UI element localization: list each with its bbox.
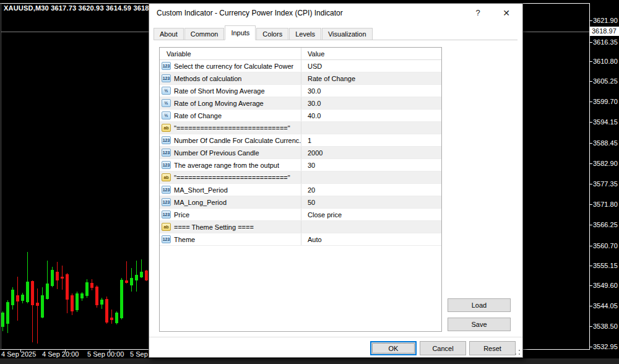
price-label: 3594.15 xyxy=(593,118,618,126)
candle-body xyxy=(85,282,89,296)
cancel-button[interactable]: Cancel xyxy=(420,341,466,355)
variable-cell: 123The average range from the output xyxy=(160,159,301,171)
price-label: 3549.60 xyxy=(593,282,618,289)
value-cell[interactable]: Rate of Change xyxy=(301,75,441,82)
indicator-properties-dialog: Custom Indicator - Currency Power Index … xyxy=(149,3,523,358)
variable-cell: 123MA_Long_Period xyxy=(160,196,301,208)
price-tick xyxy=(589,122,592,123)
value-cell[interactable]: 30.0 xyxy=(301,87,441,95)
table-row[interactable]: ab"============================" xyxy=(160,171,441,184)
variable-cell: ab"============================" xyxy=(160,171,301,183)
value-cell[interactable]: 40.0 xyxy=(301,112,441,119)
price-tick xyxy=(589,326,592,327)
candle-body xyxy=(135,275,138,280)
candle-body xyxy=(46,284,49,299)
tab-levels[interactable]: Levels xyxy=(289,28,321,40)
candle-body xyxy=(130,278,133,285)
price-label: 3605.25 xyxy=(593,77,618,85)
candle-body xyxy=(11,290,14,305)
candle-body xyxy=(105,299,108,323)
value-cell[interactable]: 2000 xyxy=(301,149,441,157)
load-button[interactable]: Load xyxy=(448,298,511,312)
variable-name: Price xyxy=(174,211,189,219)
candle-body xyxy=(145,271,148,280)
tab-strip: AboutCommonInputsColorsLevelsVisualizati… xyxy=(154,25,517,40)
string-type-icon: ab xyxy=(162,124,171,132)
save-button[interactable]: Save xyxy=(448,318,511,331)
candle-body xyxy=(140,272,143,277)
variable-name: Rate of Change xyxy=(174,112,222,119)
table-row[interactable]: 123MA_Long_Period50 xyxy=(160,196,441,209)
candle-body xyxy=(31,281,34,305)
table-row[interactable]: ab==== Theme Setting ==== xyxy=(160,221,441,233)
price-label: 3560.70 xyxy=(593,242,618,249)
table-row[interactable]: 123Number Of Candle For Calculate Curren… xyxy=(160,134,441,147)
number-type-icon: 123 xyxy=(162,161,171,169)
variable-name: Select the currency for Calculate Power xyxy=(174,63,293,70)
price-tick xyxy=(589,204,592,205)
value-cell[interactable]: 1 xyxy=(301,137,441,144)
table-row[interactable]: 123PriceClose price xyxy=(160,209,441,221)
table-row[interactable]: 123ThemeAuto xyxy=(160,233,441,246)
tab-visualization[interactable]: Visualization xyxy=(322,28,373,40)
tab-colors[interactable]: Colors xyxy=(256,28,288,40)
price-label: 3599.70 xyxy=(593,98,618,105)
table-header-row: VariableValue xyxy=(160,48,441,60)
reset-button[interactable]: Reset xyxy=(469,341,516,355)
variable-cell: 123MA_Short_Period xyxy=(160,184,301,196)
variable-name: The average range from the output xyxy=(174,162,279,169)
price-label: 3616.35 xyxy=(593,38,618,46)
header-variable: Variable xyxy=(160,48,301,59)
number-type-icon: 123 xyxy=(162,136,171,144)
help-button[interactable]: ? xyxy=(469,6,487,20)
variable-cell: 123Number Of Candle For Calculate Curren… xyxy=(160,134,301,146)
value-cell[interactable]: Close price xyxy=(301,211,441,219)
variable-cell: ½Rate of Short Moving Average xyxy=(160,85,301,97)
time-label: 5 Sep 00:00 xyxy=(87,350,124,358)
price-tick xyxy=(589,306,592,306)
table-row[interactable]: ½Rate of Short Moving Average30.0 xyxy=(160,85,441,97)
variable-name: "============================" xyxy=(174,174,290,181)
number-type-icon: 123 xyxy=(162,210,171,219)
table-row[interactable]: 123Select the currency for Calculate Pow… xyxy=(160,60,441,72)
number-type-icon: 123 xyxy=(162,235,171,243)
value-cell[interactable]: 30 xyxy=(301,162,441,169)
table-row[interactable]: 123MA_Short_Period20 xyxy=(160,184,441,196)
variable-name: Number Of Candle For Calculate Currenc..… xyxy=(174,137,301,144)
inputs-table: VariableValue123Select the currency for … xyxy=(159,47,442,332)
candle-body xyxy=(115,313,118,323)
price-tick xyxy=(589,81,592,82)
price-label: 3577.35 xyxy=(593,180,618,188)
value-cell[interactable]: 20 xyxy=(301,186,441,194)
table-row[interactable]: 123The average range from the output30 xyxy=(160,159,441,171)
value-cell[interactable]: 50 xyxy=(301,199,441,206)
variable-name: Rate of Long Moving Average xyxy=(174,100,264,107)
number-type-icon: ½ xyxy=(162,111,171,119)
variable-name: Methods of calculation xyxy=(174,75,241,82)
price-tick xyxy=(589,225,592,225)
candle-body xyxy=(36,303,39,306)
table-row[interactable]: 123Methods of calculationRate of Change xyxy=(160,72,441,85)
value-cell[interactable]: Auto xyxy=(301,236,441,243)
number-type-icon: 123 xyxy=(162,149,171,157)
tab-inputs[interactable]: Inputs xyxy=(225,25,256,40)
tab-about[interactable]: About xyxy=(154,28,184,40)
resize-grip-icon[interactable] xyxy=(514,349,521,355)
value-cell[interactable]: 30.0 xyxy=(301,100,441,107)
table-row[interactable]: ½Rate of Change40.0 xyxy=(160,110,441,122)
table-row[interactable]: 123Number Of Previous Candle2000 xyxy=(160,147,441,159)
price-tick xyxy=(589,347,592,347)
tab-common[interactable]: Common xyxy=(184,28,225,40)
number-type-icon: 123 xyxy=(162,186,171,194)
dialog-titlebar[interactable]: Custom Indicator - Currency Power Index … xyxy=(149,4,522,22)
close-icon[interactable]: ✕ xyxy=(497,6,516,20)
candle-body xyxy=(61,277,64,279)
table-row[interactable]: ab"============================" xyxy=(160,122,441,134)
window-bottom-edge xyxy=(0,358,619,364)
price-label: 3538.50 xyxy=(593,323,618,330)
ok-button[interactable]: OK xyxy=(370,341,417,355)
table-row[interactable]: ½Rate of Long Moving Average30.0 xyxy=(160,97,441,110)
time-label: 4 Sep 20:00 xyxy=(42,350,79,358)
value-cell[interactable]: USD xyxy=(301,63,441,70)
header-value: Value xyxy=(301,50,441,58)
